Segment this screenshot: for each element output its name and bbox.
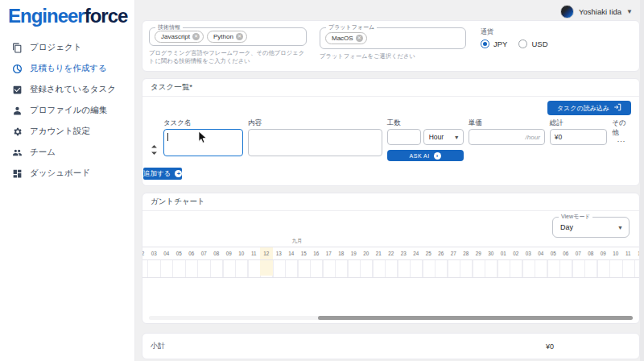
add-task-label: 追加する [143,169,171,179]
drag-handle-icon[interactable] [151,143,159,158]
sidebar-item[interactable]: プロファイルの編集 [0,100,134,121]
gantt-day: 28 [460,247,473,259]
effort-unit-select[interactable]: Hour ▼ [423,129,464,145]
total-value: ¥0 [555,133,562,141]
sidebar-item-label: 登録されているタスク [30,84,116,95]
pie-chart-icon [11,63,23,74]
copy-icon [11,42,23,53]
chip[interactable]: Python✕ [207,31,247,43]
remove-chip-icon[interactable]: ✕ [356,35,363,42]
currency-option-label: JPY [493,39,507,48]
logo-text-force: force [85,5,128,27]
unit-price-placeholder: /hour [526,134,540,141]
gantt-day: 24 [410,247,423,259]
chevron-down-icon: ▼ [626,8,633,15]
load-tasks-label: タスクの読み込み [557,104,609,113]
gantt-day: 14 [285,247,298,259]
chevron-down-icon: ▼ [454,135,460,140]
chip[interactable]: Javascript✕ [155,31,204,43]
gantt-day: 12 [260,247,273,259]
gantt-day: 30 [485,247,497,259]
view-mode-label: Viewモード [559,214,592,219]
task-list-card: タスク一覧* タスクの読み込み タスク名 内容 [142,78,640,186]
gantt-day: 08 [210,247,223,259]
app-logo[interactable]: Engineerforce [0,0,134,31]
gantt-day: 11 [248,247,261,259]
gantt-day: 21 [373,247,386,259]
sidebar-item-label: チーム [30,147,56,158]
sidebar-item-label: プロジェクト [30,42,81,53]
view-mode-select[interactable]: Viewモード Day ▼ [552,217,630,238]
sidebar-menu: プロジェクト見積もりを作成する登録されているタスクプロファイルの編集アカウント設… [0,37,134,184]
gantt-day: 08 [584,247,597,259]
unit-price-input[interactable]: /hour [469,129,545,145]
gantt-day: 07 [198,247,211,259]
tech-info-group: 技術情報 Javascript✕Python✕ プログラミング言語やフレームワー… [149,27,307,66]
sidebar-item[interactable]: 見積もりを作成する [0,58,134,79]
avatar [560,5,574,19]
subtotal-card: 小計 ¥0 [142,333,640,359]
person-icon [11,105,23,116]
sidebar-item[interactable]: プロジェクト [0,37,134,58]
currency-option-label: USD [531,39,547,48]
sidebar-item[interactable]: 登録されているタスク [0,79,134,100]
gantt-day: 06 [185,247,198,259]
chip[interactable]: MacOS✕ [325,32,367,44]
sidebar-item-label: プロファイルの編集 [30,105,107,116]
gantt-day: 15 [298,247,311,259]
gantt-title: ガントチャート [142,193,639,211]
gantt-day: 10 [609,247,622,259]
user-menu[interactable]: Yoshiaki Iida ▼ [560,5,633,19]
gantt-day: 03 [522,247,535,259]
gantt-scrollbar-thumb[interactable] [318,316,633,320]
gantt-day: 09 [223,247,236,259]
gantt-day: 05 [547,247,560,259]
remove-chip-icon[interactable]: ✕ [192,33,200,40]
gantt-days: 0203040506070809101112131415161718192021… [142,247,639,260]
currency-radio-usd[interactable]: USD [518,39,547,48]
currency-label: 通貨 [481,27,548,36]
col-description-label: 内容 [248,118,382,127]
gantt-day: 01 [497,247,510,259]
remove-chip-icon[interactable]: ✕ [236,33,243,40]
task-check-icon [11,84,23,95]
ask-ai-button[interactable]: ASK AI › [387,150,464,161]
col-unit-price-label: 単価 [469,118,545,127]
sidebar-item-label: アカウント設定 [30,126,90,137]
page-vertical-scrollbar[interactable] [640,0,644,361]
task-description-input[interactable] [248,129,382,156]
effort-input[interactable] [387,129,421,145]
gantt-day: 26 [435,247,448,259]
gantt-day: 11 [622,247,635,259]
subtotal-value: ¥0 [546,342,554,351]
load-tasks-button[interactable]: タスクの読み込み [547,101,631,115]
col-other-label: その他 [612,118,631,127]
add-task-button[interactable]: 追加する + [143,168,182,180]
gantt-day: 10 [235,247,248,259]
gantt-day: 03 [148,247,161,259]
gantt-horizontal-scrollbar[interactable] [149,316,633,320]
platform-group: プラットフォーム MacOS✕ プラットフォームをご選択ください [320,27,466,66]
sidebar-item[interactable]: チーム [0,142,134,163]
platform-chips: MacOS✕ [325,32,367,44]
task-name-input[interactable] [163,129,243,156]
sidebar-item[interactable]: ダッシュボード [0,163,134,184]
gear-icon [11,126,23,137]
task-row: タスク名 内容 工数 Hour ▼ [151,118,631,161]
task-list-title: タスク一覧* [142,79,639,97]
platform-field[interactable]: プラットフォーム MacOS✕ [320,27,466,49]
sidebar-item-label: ダッシュボード [30,168,90,179]
logo-text-engineer: Engineer [8,5,85,27]
sidebar-item[interactable]: アカウント設定 [0,121,134,142]
gantt-day: 22 [385,247,398,259]
user-name: Yoshiaki Iida [579,7,621,16]
tech-info-field[interactable]: 技術情報 Javascript✕Python✕ [149,27,307,46]
total-input: ¥0 [550,129,607,145]
chip-label: Javascript [161,33,190,40]
gantt-grid [142,260,639,278]
row-more-menu[interactable]: ... [612,135,631,143]
currency-radio-jpy[interactable]: JPY [481,39,507,48]
gantt-day: 20 [360,247,373,259]
gantt-month-label: 九月 [277,238,317,245]
gantt-day: 25 [423,247,436,259]
